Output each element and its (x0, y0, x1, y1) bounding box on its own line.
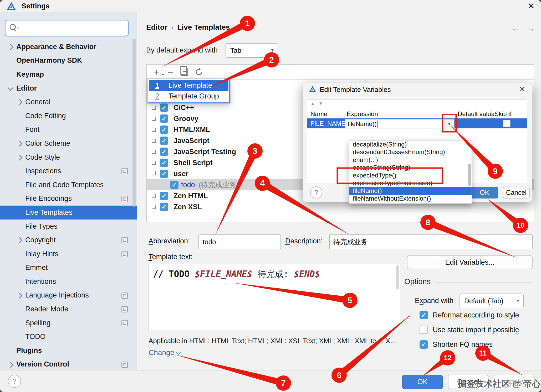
forward-arrow-icon[interactable]: → (526, 23, 535, 33)
sidebar-item-color-scheme[interactable]: Color Scheme (0, 137, 137, 150)
restore-defaults-icon[interactable] (195, 67, 203, 76)
sidebar-item-inspections[interactable]: Inspections (0, 164, 137, 178)
chevron-right-icon[interactable] (152, 161, 156, 165)
expression-dropdown-button[interactable]: ▼ (444, 119, 455, 128)
checkbox[interactable] (420, 340, 428, 349)
ok-button[interactable]: OK (402, 375, 443, 389)
edit-variables-button[interactable]: Edit Variables... (407, 255, 533, 269)
checkbox[interactable] (160, 159, 168, 167)
chevron-right-icon[interactable] (152, 106, 156, 110)
abbreviation-input[interactable]: todo (198, 234, 281, 249)
sidebar-scrollbar[interactable] (132, 39, 136, 207)
expression-input[interactable]: fileName() (345, 119, 444, 128)
sidebar-item-openharmony-sdk[interactable]: OpenHarmony SDK (0, 54, 137, 68)
sidebar-item-editor[interactable]: Editor (0, 81, 137, 95)
sidebar-item-language-injections[interactable]: Language Injections (0, 289, 137, 302)
editor-scrollbar[interactable] (396, 265, 399, 289)
menu-item-live-template[interactable]: 1Live Template (149, 80, 228, 91)
checkbox[interactable] (160, 192, 168, 200)
option-static-import[interactable]: Use static import if possible (420, 326, 519, 334)
chevron-right-icon[interactable] (152, 117, 156, 121)
dropdown-item[interactable]: escapeString(String) (349, 164, 472, 172)
add-button[interactable]: + (154, 67, 159, 78)
chevron-right-icon[interactable] (17, 99, 23, 105)
dropdown-item[interactable]: expressionType(Expression) (349, 179, 472, 187)
sidebar-item-intentions[interactable]: Intentions (0, 275, 137, 289)
dropdown-item[interactable]: descendantClassesEnum(String) (349, 148, 472, 156)
sidebar-item-code-editing[interactable]: Code Editing (0, 109, 137, 123)
option-reformat[interactable]: Reformat according to style (420, 311, 519, 319)
dropdown-item-filename[interactable]: fileName() (349, 187, 472, 195)
checkbox[interactable] (160, 148, 168, 156)
menu-item-template-group[interactable]: 2Template Group... (149, 91, 228, 102)
chevron-right-icon[interactable] (17, 292, 23, 299)
template-text-editor[interactable]: // TODO $FILE_NAME$ 待完成: $END$ (149, 264, 400, 331)
sidebar-item-font[interactable]: Font (0, 123, 137, 137)
chevron-right-icon[interactable] (152, 150, 156, 154)
sidebar-item-code-style[interactable]: Code Style (0, 150, 137, 164)
sidebar-item-file-encodings[interactable]: File Encodings (0, 192, 137, 206)
checkbox[interactable] (160, 126, 168, 134)
dialog-close-icon[interactable]: ✕ (519, 85, 525, 93)
chevron-right-icon[interactable] (152, 205, 156, 209)
checkbox[interactable] (160, 170, 168, 178)
chevron-right-icon[interactable] (8, 44, 14, 50)
chevron-right-icon[interactable] (17, 154, 23, 160)
duplicate-icon[interactable] (181, 68, 188, 76)
remove-button[interactable]: − (168, 67, 173, 78)
sidebar-item-inlay-hints[interactable]: Inlay Hints (0, 247, 137, 261)
chevron-right-icon[interactable] (17, 237, 23, 243)
sidebar-item-appearance-behavior[interactable]: Appearance & Behavior (0, 40, 137, 54)
add-dropdown-chevron-icon[interactable]: ▾ (162, 72, 164, 77)
window-close-icon[interactable]: ✕ (528, 1, 535, 11)
move-up-down-icons[interactable]: ▲▼ (310, 101, 327, 106)
sidebar-item-file-and-code-templates[interactable]: File and Code Templates (0, 178, 137, 192)
sidebar-item-file-types[interactable]: File Types (0, 219, 137, 233)
checkbox[interactable] (160, 137, 168, 145)
chevron-down-icon[interactable] (8, 85, 14, 91)
expand-with-select[interactable]: Default (Tab) ▼ (460, 294, 524, 308)
checkbox[interactable] (160, 103, 168, 112)
sidebar-item-general[interactable]: General (0, 95, 137, 109)
dialog-help-button[interactable]: ? (310, 186, 322, 198)
skip-if-defined-checkbox[interactable] (503, 120, 511, 127)
chevron-down-icon[interactable] (152, 171, 156, 175)
back-arrow-icon[interactable]: ← (511, 23, 520, 33)
breadcrumb-editor[interactable]: Editor (146, 23, 167, 31)
sidebar-item-spelling[interactable]: Spelling (0, 316, 137, 330)
option-shorten-fq[interactable]: Shorten FQ names (420, 340, 493, 349)
chevron-right-icon[interactable] (17, 141, 23, 147)
sidebar-item-reader-mode[interactable]: Reader Mode (0, 302, 137, 316)
checkbox[interactable] (170, 181, 178, 189)
dropdown-item[interactable]: expectedType() (349, 171, 472, 179)
sidebar-item-copyright[interactable]: Copyright (0, 233, 137, 247)
checkbox[interactable] (160, 114, 168, 123)
help-button[interactable]: ? (8, 375, 21, 388)
checkbox[interactable] (160, 203, 168, 211)
dialog-cancel-button[interactable]: Cancel (503, 187, 530, 198)
sidebar-item-todo[interactable]: TODO (0, 330, 137, 344)
sidebar-item-plugins[interactable]: Plugins (0, 344, 137, 358)
variable-row-file-name[interactable]: FILE_NAME fileName() ▼ (307, 118, 527, 128)
sidebar-item-version-control[interactable]: Version Control (0, 358, 137, 372)
dropdown-item[interactable]: enum(...) (349, 156, 472, 164)
tree-item-zen-xsl[interactable]: Zen XSL (147, 201, 534, 212)
change-link[interactable]: Change (149, 348, 180, 357)
dropdown-item[interactable]: fileNameWithoutExtension() (349, 195, 472, 203)
dialog-ok-button[interactable]: OK (471, 187, 498, 198)
chevron-right-icon[interactable] (8, 362, 14, 368)
chevron-right-icon[interactable] (152, 128, 156, 132)
search-input[interactable]: ▾ (5, 20, 129, 36)
chevron-right-icon[interactable] (152, 139, 156, 143)
search-options-chevron-icon[interactable]: ▾ (17, 26, 19, 30)
description-input[interactable]: 待完成业务 (329, 234, 533, 249)
chevron-right-icon[interactable] (152, 194, 156, 198)
default-expand-select[interactable]: Tab ▼ (226, 43, 278, 58)
sidebar-item-emmet[interactable]: Emmet (0, 261, 137, 275)
checkbox[interactable] (420, 326, 428, 334)
dropdown-item[interactable]: decapitalize(String) (349, 140, 472, 148)
checkbox[interactable] (420, 311, 428, 319)
dropdown-scrollbar[interactable] (468, 164, 471, 186)
sidebar-item-keymap[interactable]: Keymap (0, 67, 137, 81)
sidebar-item-live-templates[interactable]: Live Templates (0, 206, 137, 219)
